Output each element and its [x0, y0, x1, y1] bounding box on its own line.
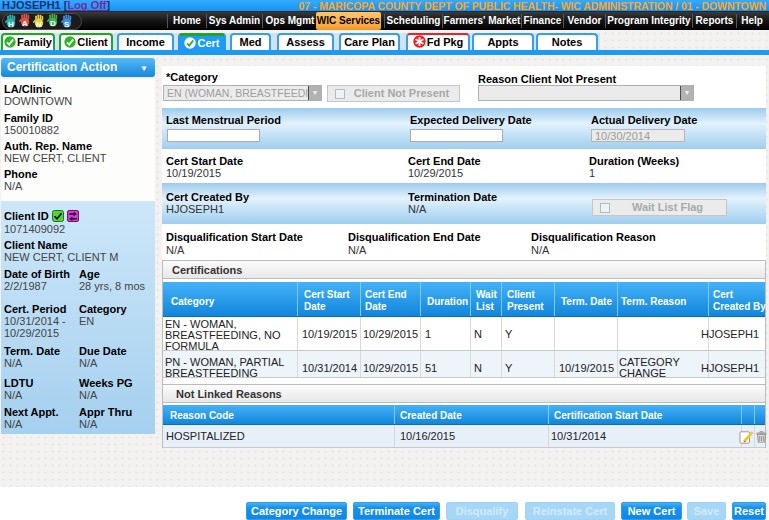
svg-text:A: A [22, 19, 28, 28]
svg-text:N: N [36, 20, 42, 29]
svg-text:S: S [64, 20, 70, 29]
svg-text:H: H [8, 20, 14, 29]
svg-text:D: D [50, 19, 56, 28]
